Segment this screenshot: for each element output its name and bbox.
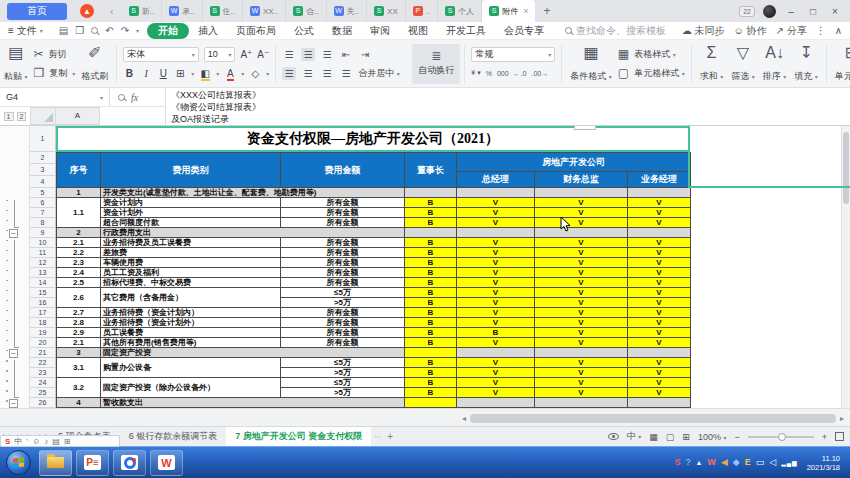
cell[interactable]: V bbox=[457, 298, 535, 308]
collaborate-button[interactable]: ☺ 协作 bbox=[734, 24, 767, 38]
page-break-view-icon[interactable]: ⊞ bbox=[682, 432, 690, 442]
cell[interactable]: V bbox=[535, 198, 628, 208]
cloud-sync-icon[interactable]: ☁ 未同步 bbox=[682, 24, 725, 38]
col-header-gm[interactable]: 总经理 bbox=[457, 172, 535, 188]
tray-e-icon[interactable]: E bbox=[745, 458, 751, 467]
cell[interactable]: B bbox=[405, 338, 457, 348]
cell[interactable]: 2.3 bbox=[57, 258, 101, 268]
menu-review[interactable]: 审阅 bbox=[361, 24, 399, 38]
cell[interactable]: V bbox=[535, 258, 628, 268]
ime-lang-icon[interactable]: 中 bbox=[14, 436, 22, 447]
fill-button[interactable]: ↧填充 ▾ bbox=[790, 44, 822, 84]
collapse-ribbon-icon[interactable]: ∧ bbox=[835, 25, 842, 36]
cell[interactable] bbox=[405, 228, 457, 238]
add-sheet-icon[interactable]: + bbox=[384, 431, 396, 442]
row-header[interactable]: 5 bbox=[30, 188, 56, 198]
collapse-group-button[interactable]: − bbox=[9, 229, 18, 238]
cell[interactable]: V bbox=[628, 378, 691, 388]
filter-button[interactable]: ▽筛选 ▾ bbox=[727, 44, 759, 84]
cell[interactable]: 资金计划内 bbox=[101, 198, 281, 208]
sheet-tab-6[interactable]: 6 银行存款余额调节表 bbox=[120, 427, 227, 447]
cell[interactable] bbox=[628, 348, 691, 358]
cell[interactable]: V bbox=[457, 258, 535, 268]
cell[interactable]: 业务招待费（资金计划内） bbox=[101, 308, 281, 318]
cell[interactable]: 所有金额 bbox=[281, 238, 405, 248]
cell[interactable]: V bbox=[457, 368, 535, 378]
font-size-select[interactable]: 10▾ bbox=[204, 47, 236, 62]
cell[interactable]: V bbox=[628, 278, 691, 288]
cell[interactable] bbox=[457, 188, 535, 198]
cell[interactable]: V bbox=[457, 378, 535, 388]
doc-tab-8[interactable]: P.. bbox=[406, 0, 438, 22]
cell[interactable]: V bbox=[628, 198, 691, 208]
cell[interactable]: V bbox=[628, 258, 691, 268]
scroll-right-icon[interactable]: ▸ bbox=[840, 414, 844, 423]
tray-help-icon[interactable]: ? bbox=[685, 458, 690, 467]
cell[interactable]: V bbox=[457, 358, 535, 368]
decrease-font-icon[interactable]: A⁻ bbox=[257, 49, 269, 60]
cell[interactable]: V bbox=[628, 308, 691, 318]
cell[interactable]: V bbox=[628, 288, 691, 298]
tray-volume-icon[interactable]: ◁ bbox=[769, 458, 776, 467]
eye-protect-icon[interactable] bbox=[608, 433, 619, 440]
cell[interactable]: 员工工资及福利 bbox=[101, 268, 281, 278]
fullscreen-icon[interactable] bbox=[835, 432, 844, 441]
menu-data[interactable]: 数据 bbox=[323, 24, 361, 38]
tray-wps-icon[interactable]: W bbox=[707, 458, 716, 467]
home-tab[interactable]: 首页 bbox=[7, 3, 67, 20]
scroll-left-icon[interactable]: ◂ bbox=[462, 414, 466, 423]
cell[interactable] bbox=[405, 398, 457, 408]
cut-button[interactable]: 剪切 bbox=[49, 48, 67, 61]
cell[interactable]: 业务招待费及员工误餐费 bbox=[101, 238, 281, 248]
cell[interactable]: V bbox=[535, 358, 628, 368]
menu-insert[interactable]: 插入 bbox=[189, 24, 227, 38]
collapse-group-button[interactable]: − bbox=[9, 349, 18, 358]
tray-network-icon[interactable]: ▂▄▆ bbox=[781, 460, 797, 466]
column-header-a[interactable]: A bbox=[56, 107, 100, 125]
wrap-text-button[interactable]: ≣自动换行 bbox=[412, 44, 460, 84]
doc-tab-5[interactable]: S合.. bbox=[286, 0, 326, 22]
underline-button[interactable]: U bbox=[157, 68, 169, 79]
cell[interactable] bbox=[457, 348, 535, 358]
cell[interactable]: 开发类支出(诚意垫付款、土地出让金、配套费、地勘费用等) bbox=[101, 188, 405, 198]
sort-button[interactable]: A↓排序 ▾ bbox=[759, 44, 791, 84]
cell[interactable]: B bbox=[405, 278, 457, 288]
cell[interactable]: 所有金额 bbox=[281, 198, 405, 208]
cell[interactable] bbox=[457, 398, 535, 408]
cell[interactable]: 其它费用（含备用金） bbox=[101, 288, 281, 308]
new-tab-button[interactable]: + bbox=[535, 4, 558, 18]
cell[interactable]: V bbox=[457, 388, 535, 398]
row-header[interactable]: 13 bbox=[30, 268, 56, 278]
doc-tab-active[interactable]: S附件× bbox=[482, 0, 535, 22]
cell[interactable] bbox=[405, 188, 457, 198]
row-header[interactable]: 20 bbox=[30, 338, 56, 348]
align-bottom-icon[interactable]: ☰ bbox=[320, 48, 334, 61]
sum-button[interactable]: Σ求和 ▾ bbox=[696, 44, 728, 84]
formula-input[interactable]: 《XXX公司结算报表》 《物资公司结算报表》 及OA报送记录 bbox=[166, 88, 850, 125]
cell-style-button[interactable]: 单元格样式 ▾ bbox=[634, 67, 685, 80]
sheet-canvas[interactable]: − − − 1 2 3 4 5 6 7 8 9 10 11 12 13 14 1… bbox=[0, 126, 850, 408]
menu-membership[interactable]: 会员专享 bbox=[495, 24, 553, 38]
row-header[interactable]: 2 bbox=[30, 152, 56, 164]
cell[interactable]: B bbox=[405, 298, 457, 308]
cell[interactable]: V bbox=[535, 268, 628, 278]
cell[interactable]: B bbox=[405, 308, 457, 318]
fill-color-icon[interactable]: ◧ bbox=[199, 68, 211, 79]
cell[interactable]: B bbox=[405, 248, 457, 258]
col-header-bm[interactable]: 业务经理 bbox=[628, 172, 691, 188]
cell[interactable]: V bbox=[535, 368, 628, 378]
cell[interactable]: ≤5万 bbox=[281, 378, 405, 388]
cell[interactable]: V bbox=[457, 288, 535, 298]
tray-expand-icon[interactable]: ▲ bbox=[695, 459, 702, 466]
cell[interactable]: V bbox=[628, 208, 691, 218]
quickbar-more-icon[interactable]: ▾ bbox=[136, 27, 139, 34]
cell[interactable]: B bbox=[405, 358, 457, 368]
tray-device-icon[interactable]: ▭ bbox=[756, 458, 765, 467]
cell[interactable]: 固定资产投资（除办公设备外） bbox=[101, 378, 281, 398]
row-header[interactable]: 3 bbox=[30, 164, 56, 176]
row-header[interactable]: 18 bbox=[30, 318, 56, 328]
doc-tab-6[interactable]: W关.. bbox=[327, 0, 367, 22]
normal-view-icon[interactable]: ▦ bbox=[649, 432, 658, 442]
cell[interactable]: 差旅费 bbox=[101, 248, 281, 258]
sogou-logo-icon[interactable]: S bbox=[5, 437, 10, 446]
